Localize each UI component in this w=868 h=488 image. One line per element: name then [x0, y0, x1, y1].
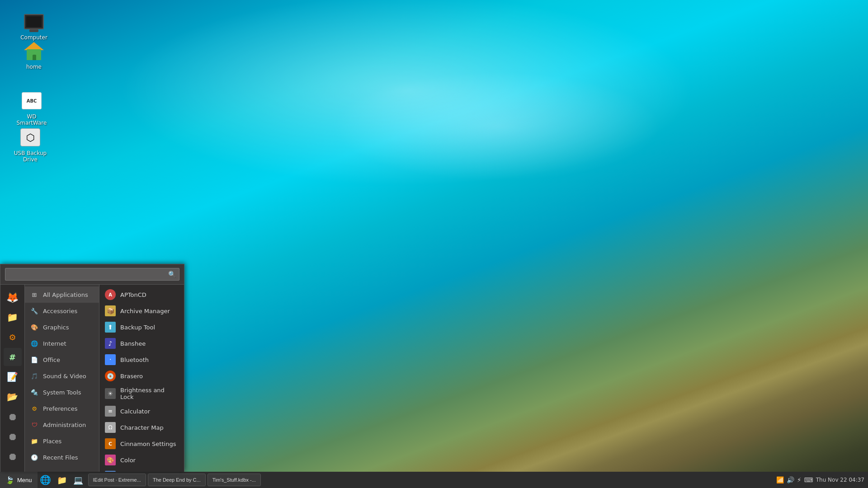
menu-button-icon: 🍃: [5, 476, 14, 484]
app-label-brasero: Brasero: [120, 373, 143, 380]
category-prefs-icon: ⚙: [29, 404, 39, 413]
side-icon-firefox[interactable]: 🦊: [4, 288, 22, 306]
category-sound-icon: 🎵: [29, 371, 39, 381]
app-item-character-map[interactable]: Ω Character Map: [99, 419, 184, 436]
category-office[interactable]: 📄 Office: [25, 352, 99, 368]
app-item-brasero[interactable]: 💿 Brasero: [99, 368, 184, 384]
category-all-label: All Applications: [43, 291, 88, 298]
side-icon-terminal[interactable]: #: [4, 348, 22, 366]
taskbar-files-icon[interactable]: 📁: [55, 473, 69, 487]
app-item-color[interactable]: 🎨 Color: [99, 452, 184, 468]
category-all-icon: ⊞: [29, 290, 39, 300]
side-icon-media3[interactable]: ⏺: [4, 447, 22, 465]
category-admin-label: Administration: [43, 422, 86, 428]
category-graphics-label: Graphics: [43, 324, 69, 331]
app-item-aptoncd[interactable]: A APTonCD: [99, 286, 184, 303]
desktop-icon-home-label: home: [26, 64, 42, 70]
app-icon-cinnamon-settings: C: [105, 438, 116, 449]
taskbar-volume-icon[interactable]: 🔊: [787, 476, 794, 483]
category-office-icon: 📄: [29, 355, 39, 365]
app-item-cinnamon-settings[interactable]: C Cinnamon Settings: [99, 436, 184, 452]
taskbar: 🍃 Menu 🌐 📁 💻 IEdit Post · Extreme... The…: [0, 472, 868, 488]
menu-far-left: 🦊 📁 ⚙ # 📝 📂 ⏺ ⏺ ⏺: [0, 285, 25, 472]
app-item-banshee[interactable]: ♪ Banshee: [99, 335, 184, 352]
side-icon-media1[interactable]: ⏺: [4, 408, 22, 426]
category-system-label: System Tools: [43, 389, 81, 396]
menu-button-label: Menu: [17, 477, 32, 483]
category-office-label: Office: [43, 357, 60, 363]
app-icon-aptoncd: A: [105, 289, 116, 300]
category-accessories-icon: 🔧: [29, 306, 39, 316]
app-item-bluetooth[interactable]: ᛫ Bluetooth: [99, 352, 184, 368]
app-item-calculator[interactable]: = Calculator: [99, 403, 184, 419]
search-input[interactable]: [5, 268, 179, 281]
desktop-icon-usb-backup[interactable]: ⬡ USB Backup Drive: [10, 125, 51, 164]
app-icon-bluetooth: ᛫: [105, 354, 116, 365]
category-recent[interactable]: 🕐 Recent Files: [25, 449, 99, 465]
app-label-banshee: Banshee: [120, 340, 146, 347]
app-menu: 🔍 🦊 📁 ⚙ # 📝 📂 ⏺ ⏺ ⏺ ⊞ All Applicat: [0, 264, 184, 472]
taskbar-datetime[interactable]: Thu Nov 22 04:37: [816, 477, 864, 483]
taskbar-keyboard-icon: ⌨: [804, 476, 813, 483]
menu-button[interactable]: 🍃 Menu: [0, 472, 38, 488]
category-sound-video[interactable]: 🎵 Sound & Video: [25, 368, 99, 384]
side-icon-text-editor[interactable]: 📝: [4, 368, 22, 386]
taskbar-app-deep-end[interactable]: The Deep End by C...: [148, 474, 206, 486]
desktop-icon-wd-label: WD SmartWare: [13, 113, 50, 126]
app-label-color: Color: [120, 457, 136, 464]
category-places-label: Places: [43, 438, 61, 445]
taskbar-app-edit-post[interactable]: IEdit Post · Extreme...: [88, 474, 146, 486]
app-item-archive-manager[interactable]: 📦 Archive Manager: [99, 303, 184, 319]
app-icon-brasero: 💿: [105, 371, 116, 381]
app-icon-brightness-lock: ☀: [105, 388, 116, 399]
desktop-icon-home[interactable]: home: [14, 38, 54, 72]
category-places[interactable]: 📁 Places: [25, 433, 99, 449]
category-graphics[interactable]: 🎨 Graphics: [25, 319, 99, 335]
app-icon-banshee: ♪: [105, 338, 116, 349]
app-icon-date-time: 📅: [105, 471, 116, 472]
category-internet[interactable]: 🌐 Internet: [25, 335, 99, 352]
app-item-brightness-lock[interactable]: ☀ Brightness and Lock: [99, 384, 184, 403]
taskbar-app-tims-stuff[interactable]: Tim's_Stuff.kdbx -...: [208, 474, 261, 486]
category-accessories-label: Accessories: [43, 308, 77, 314]
desktop: Computer home ABC WD SmartWare ⬡ USB Bac…: [0, 0, 868, 488]
app-icon-color: 🎨: [105, 455, 116, 465]
category-system-icon: 🔩: [29, 387, 39, 397]
menu-categories: ⊞ All Applications 🔧 Accessories 🎨 Graph…: [25, 285, 99, 472]
taskbar-network-icon: 📶: [776, 476, 784, 483]
category-places-icon: 📁: [29, 436, 39, 446]
side-icon-media2[interactable]: ⏺: [4, 427, 22, 446]
menu-apps-list: A APTonCD 📦 Archive Manager ⬆ Backup Too…: [99, 285, 184, 472]
side-icon-folder2[interactable]: 📂: [4, 388, 22, 406]
category-all[interactable]: ⊞ All Applications: [25, 286, 99, 303]
app-label-calculator: Calculator: [120, 408, 150, 415]
side-icon-settings[interactable]: ⚙: [4, 328, 22, 346]
app-icon-archive-manager: 📦: [105, 305, 116, 316]
app-label-cinnamon-settings: Cinnamon Settings: [120, 441, 176, 447]
side-icon-folder[interactable]: 📁: [4, 308, 22, 326]
app-icon-character-map: Ω: [105, 422, 116, 433]
category-graphics-icon: 🎨: [29, 322, 39, 332]
category-admin-icon: 🛡: [29, 420, 39, 430]
category-accessories[interactable]: 🔧 Accessories: [25, 303, 99, 319]
taskbar-apps: IEdit Post · Extreme... The Deep End by …: [86, 474, 773, 486]
desktop-icon-computer[interactable]: Computer: [14, 9, 54, 42]
desktop-icon-wd-smartware[interactable]: ABC WD SmartWare: [11, 88, 52, 128]
category-preferences[interactable]: ⚙ Preferences: [25, 400, 99, 417]
app-label-bluetooth: Bluetooth: [120, 357, 149, 363]
app-icon-calculator: =: [105, 406, 116, 417]
app-icon-backup-tool: ⬆: [105, 322, 116, 333]
category-sound-label: Sound & Video: [43, 373, 86, 380]
app-item-backup-tool[interactable]: ⬆ Backup Tool: [99, 319, 184, 335]
category-recent-label: Recent Files: [43, 454, 78, 461]
category-recent-icon: 🕐: [29, 452, 39, 462]
taskbar-firefox-icon[interactable]: 🌐: [38, 473, 53, 487]
category-internet-label: Internet: [43, 340, 66, 347]
category-administration[interactable]: 🛡 Administration: [25, 417, 99, 433]
category-system-tools[interactable]: 🔩 System Tools: [25, 384, 99, 400]
taskbar-terminal-icon[interactable]: 💻: [71, 473, 85, 487]
app-label-brightness-lock: Brightness and Lock: [120, 387, 179, 400]
app-label-character-map: Character Map: [120, 424, 164, 431]
app-label-aptoncd: APTonCD: [120, 291, 146, 298]
app-item-date-time[interactable]: 📅 Date and Time: [99, 468, 184, 472]
